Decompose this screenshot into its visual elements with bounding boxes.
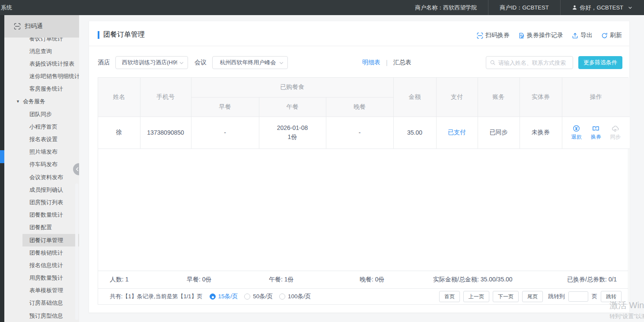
user-menu[interactable]: 你好，GCBTEST <box>560 0 644 15</box>
sidebar-item-9[interactable]: 照片墙发布 <box>4 145 79 158</box>
first-page-button[interactable]: 首页 <box>439 291 460 302</box>
export-button[interactable]: 导出 <box>572 32 593 39</box>
cell-amount: 35.00 <box>393 117 436 148</box>
col-header-voucher: 实体券 <box>520 78 562 117</box>
search-box[interactable] <box>486 56 573 69</box>
chevron-left-icon <box>74 166 79 172</box>
scan-redeem-button[interactable]: 扫码换券 <box>477 32 510 39</box>
summary-lunch: 午餐: 1份 <box>269 276 294 284</box>
user-icon <box>572 5 577 10</box>
chevron-down-icon <box>628 5 633 10</box>
page-title-bar: 团餐订单管理 <box>98 30 145 39</box>
scan-icon <box>14 23 21 30</box>
export-label: 导出 <box>580 32 593 39</box>
sidebar-item-8[interactable]: 报名表设置 <box>4 133 79 145</box>
page-title: 团餐订单管理 <box>103 30 145 39</box>
sidebar-item-19[interactable]: 用房数量预计 <box>4 271 79 284</box>
topbar: 系统 商户名称：西软西望学院 商户ID：GCBTEST 你好，GCBTEST <box>0 0 644 15</box>
page-unit-label: 页 <box>592 293 597 300</box>
col-header-meals-group: 已购餐食 <box>191 78 393 97</box>
hotel-select[interactable]: 西软培训练习酒店(H9999 <box>115 56 188 69</box>
table-row: 徐 13738090850 - 2026-01-08 1份 - 35.00 已支… <box>98 117 630 148</box>
sidebar-item-20[interactable]: 表单模板管理 <box>4 284 79 297</box>
more-filters-button[interactable]: 更多筛选条件 <box>578 56 622 69</box>
sidebar-item-label: 消息查询 <box>29 48 52 54</box>
pagination-bar: 共有:【1】条记录,当前是第【1/1】页 15条/页50条/页100条/页 首页… <box>98 288 628 304</box>
rail-active-indicator <box>0 150 4 163</box>
radio-checked-icon[interactable] <box>210 294 216 300</box>
sidebar-item-10[interactable]: 停车码发布 <box>4 158 79 170</box>
sidebar-scrollbar[interactable] <box>75 183 78 320</box>
sidebar-item-16[interactable]: 团餐订单管理 <box>4 234 79 246</box>
last-page-button[interactable]: 尾页 <box>522 291 543 302</box>
radio-unchecked-icon[interactable] <box>279 294 285 300</box>
sidebar-item-label: 团队同步 <box>29 111 52 117</box>
sidebar-item-13[interactable]: 团房预订列表 <box>4 196 79 208</box>
sidebar-item-3[interactable]: 迷你吧销售明细统计 <box>4 70 79 82</box>
sidebar-item-4[interactable]: 客房服务统计 <box>4 82 79 95</box>
watermark-line2: 转到“设置”以激活 Windows。 <box>609 313 644 320</box>
sidebar-menu: 餐饮订单统计消息查询表扬投诉统计报表迷你吧销售明细统计客房服务统计▼会务服务团队… <box>4 32 79 322</box>
sidebar-item-label: 团餐订单管理 <box>29 237 63 243</box>
tab-detail-table[interactable]: 明细表 <box>362 59 380 66</box>
refund-button[interactable]: 退款 <box>571 125 582 141</box>
sidebar-item-label: 团餐配置 <box>29 224 52 230</box>
sidebar-item-18[interactable]: 报名信息统计 <box>4 259 79 271</box>
page-size-option-1[interactable]: 50条/页 <box>244 293 273 300</box>
coupon-icon <box>592 125 599 132</box>
meeting-select[interactable]: 杭州西软年终用户峰会 <box>212 56 288 69</box>
redeem-coupon-button[interactable]: 换券 <box>591 125 601 141</box>
prev-page-button[interactable]: 上一页 <box>463 291 489 302</box>
sidebar-item-7[interactable]: 小程序首页 <box>4 120 79 133</box>
col-header-phone: 手机号 <box>140 78 191 117</box>
redeem-coupon-label: 换券 <box>591 133 601 141</box>
cell-payment: 已支付 <box>436 117 478 148</box>
user-greeting: 你好，GCBTEST <box>580 4 623 12</box>
sidebar-item-12[interactable]: 成员报到确认 <box>4 183 79 196</box>
sidebar-item-15[interactable]: 团餐配置 <box>4 221 79 234</box>
sidebar-item-2[interactable]: 表扬投诉统计报表 <box>4 57 79 70</box>
next-page-button[interactable]: 下一页 <box>493 291 519 302</box>
jump-button[interactable]: 跳转 <box>601 291 622 302</box>
sidebar-item-21[interactable]: 订房基础信息 <box>4 297 79 309</box>
sidebar-item-17[interactable]: 团餐核销统计 <box>4 246 79 259</box>
sidebar-root-saomatong[interactable]: 扫码通 <box>4 15 79 38</box>
refund-label: 退款 <box>571 133 582 141</box>
record-icon <box>518 32 525 39</box>
page-size-option-0[interactable]: 15条/页 <box>210 293 238 300</box>
page-size-label: 50条/页 <box>253 293 273 300</box>
meeting-select-value: 杭州西软年终用户峰会 <box>220 59 276 66</box>
sidebar-item-1[interactable]: 消息查询 <box>4 45 79 57</box>
scan-redeem-label: 扫码换券 <box>485 32 510 39</box>
summary-row: 人数: 1 早餐: 0份 午餐: 1份 晚餐: 0份 实际金额/总金额: 35.… <box>98 271 628 288</box>
tab-summary-table[interactable]: 汇总表 <box>393 59 411 66</box>
sidebar-item-6[interactable]: 团队同步 <box>4 108 79 120</box>
sidebar-item-22[interactable]: 预订房型信息 <box>4 309 79 322</box>
page-size-label: 15条/页 <box>218 293 238 300</box>
jump-to-label: 跳转到 <box>548 293 565 300</box>
merchant-id-label: 商户ID：GCBTEST <box>500 4 548 12</box>
record-count-info: 共有:【1】条记录,当前是第【1/1】页 <box>110 293 203 300</box>
hotel-filter-label: 酒店 <box>98 59 110 66</box>
sidebar-item-label: 停车码发布 <box>29 161 57 167</box>
export-icon <box>572 32 578 39</box>
radio-unchecked-icon[interactable] <box>244 294 250 300</box>
page-size-option-2[interactable]: 100条/页 <box>279 293 311 300</box>
sidebar-item-14[interactable]: 团餐数量统计 <box>4 208 79 221</box>
search-input[interactable] <box>498 60 569 66</box>
redeem-log-button[interactable]: 换券操作记录 <box>518 32 563 39</box>
cell-account: 已同步 <box>478 117 520 148</box>
summary-people: 人数: 1 <box>110 276 129 284</box>
sync-button[interactable]: 同步 <box>610 125 621 141</box>
sidebar-group-5[interactable]: ▼会务服务 <box>4 95 79 107</box>
sidebar-item-11[interactable]: 会议资料发布 <box>4 171 79 183</box>
pay-status-link[interactable]: 已支付 <box>448 129 466 136</box>
refresh-button[interactable]: 刷新 <box>601 32 622 39</box>
col-header-amount: 金额 <box>393 78 436 117</box>
sidebar-item-label: 预订房型信息 <box>29 313 63 319</box>
jump-page-input[interactable] <box>568 291 588 302</box>
scan-icon <box>477 32 483 39</box>
cell-voucher: 未换券 <box>520 117 562 148</box>
page-nav-buttons: 首页上一页下一页尾页 <box>439 291 543 302</box>
collapsed-nav-rail[interactable] <box>0 15 4 322</box>
